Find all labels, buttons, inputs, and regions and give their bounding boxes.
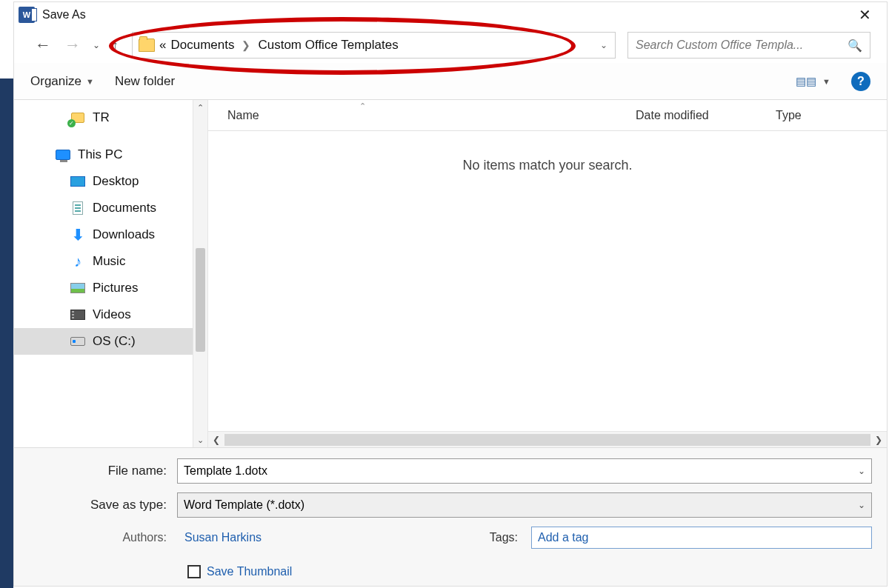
tags-input[interactable]: Add a tag <box>531 527 872 549</box>
breadcrumb-prefix: « <box>159 38 166 53</box>
toolbar: Organize ▼ New folder ▤▤ ▼ ? <box>14 63 887 100</box>
breadcrumb-documents[interactable]: Documents <box>170 38 234 53</box>
chevron-down-icon: ▼ <box>86 77 94 86</box>
save-thumbnail-checkbox[interactable] <box>187 565 201 578</box>
scrollbar-thumb[interactable] <box>196 248 205 352</box>
empty-message: No items match your search. <box>208 131 887 173</box>
sidebar-item-pictures[interactable]: Pictures <box>14 275 207 301</box>
column-type[interactable]: Type <box>768 109 887 122</box>
scroll-left-icon[interactable]: ❮ <box>208 435 224 445</box>
chevron-down-icon[interactable]: ⌄ <box>858 466 865 476</box>
saveas-type-combo[interactable]: Word Template (*.dotx) ⌄ <box>177 492 872 518</box>
folder-icon <box>139 39 155 52</box>
organize-button[interactable]: Organize ▼ <box>30 74 94 89</box>
navigation-row: ← → ⌄ ↑ « Documents ❯ Custom Office Temp… <box>14 27 887 63</box>
scroll-up-icon[interactable]: ⌃ <box>193 100 207 115</box>
scroll-down-icon[interactable]: ⌄ <box>193 432 207 447</box>
sidebar-item-documents[interactable]: Documents <box>14 195 207 221</box>
h-scrollbar-thumb[interactable] <box>224 434 870 446</box>
address-dropdown-icon[interactable]: ⌄ <box>600 40 609 50</box>
chevron-down-icon: ▼ <box>822 77 830 86</box>
sidebar-item-label: Desktop <box>93 174 139 189</box>
sidebar-item-label: OS (C:) <box>93 334 136 349</box>
sidebar-item-music[interactable]: ♪ Music <box>14 248 207 275</box>
view-icon: ▤▤ <box>796 75 816 88</box>
title-bar: W Save As ✕ <box>14 2 887 27</box>
search-placeholder: Search Custom Office Templa... <box>636 39 803 52</box>
chevron-right-icon[interactable]: ❯ <box>239 39 253 51</box>
sidebar-scrollbar[interactable]: ⌃ ⌄ <box>193 100 207 447</box>
downloads-icon: ⬇ <box>70 228 85 241</box>
sidebar-item-label: Downloads <box>93 227 155 242</box>
window-title: Save As <box>42 8 86 21</box>
save-as-dialog: W Save As ✕ ← → ⌄ ↑ « Documents ❯ Custom… <box>13 1 888 587</box>
sidebar-item-thispc[interactable]: This PC <box>14 141 207 168</box>
nav-back-icon[interactable]: ← <box>30 33 56 58</box>
horizontal-scrollbar[interactable]: ❮ ❯ <box>208 431 887 447</box>
folder-tree: ✓ TR This PC Desktop Documents ⬇ <box>14 100 208 447</box>
scroll-right-icon[interactable]: ❯ <box>870 435 887 445</box>
sidebar-item-label: Documents <box>93 201 156 216</box>
sidebar-item-videos[interactable]: Videos <box>14 301 207 328</box>
videos-icon <box>70 308 85 321</box>
sidebar-item-label: Music <box>93 254 125 269</box>
sidebar-item-drive-c[interactable]: OS (C:) <box>14 328 207 355</box>
desktop-icon <box>70 175 85 188</box>
filename-label: File name: <box>29 464 177 478</box>
new-folder-label: New folder <box>115 74 175 89</box>
app-left-edge <box>0 78 13 588</box>
drive-icon <box>70 335 85 348</box>
nav-history-dropdown-icon[interactable]: ⌄ <box>90 40 103 50</box>
save-thumbnail-label[interactable]: Save Thumbnail <box>207 565 292 578</box>
save-form: File name: Template 1.dotx ⌄ Save as typ… <box>14 447 887 586</box>
nav-forward-icon[interactable]: → <box>60 33 85 58</box>
filename-input[interactable]: Template 1.dotx ⌄ <box>177 458 872 484</box>
sidebar-item-label: Videos <box>93 307 131 322</box>
pictures-icon <box>70 281 85 295</box>
word-app-icon: W <box>19 7 35 23</box>
search-input[interactable]: Search Custom Office Templa... 🔍 <box>627 32 870 59</box>
organize-label: Organize <box>30 74 81 89</box>
authors-label: Authors: <box>29 531 177 544</box>
column-date-modified[interactable]: Date modified <box>627 109 768 122</box>
documents-icon <box>70 201 85 215</box>
search-icon: 🔍 <box>848 39 862 53</box>
saveas-type-label: Save as type: <box>29 498 177 512</box>
sidebar-item-tr[interactable]: ✓ TR <box>14 104 207 131</box>
computer-icon <box>56 148 70 161</box>
sidebar-item-label: TR <box>93 110 110 125</box>
sidebar-item-downloads[interactable]: ⬇ Downloads <box>14 221 207 248</box>
sidebar-item-label: Pictures <box>93 281 138 295</box>
close-button[interactable]: ✕ <box>847 3 882 27</box>
chevron-down-icon[interactable]: ⌄ <box>858 500 865 510</box>
music-icon: ♪ <box>70 255 85 268</box>
sort-indicator-icon: ⌃ <box>359 101 366 111</box>
dialog-body: ✓ TR This PC Desktop Documents ⬇ <box>14 100 887 447</box>
tags-label: Tags: <box>490 531 524 544</box>
column-name[interactable]: Name ⌃ <box>227 109 627 122</box>
breadcrumb-custom-templates[interactable]: Custom Office Templates <box>258 38 398 53</box>
column-headers: Name ⌃ Date modified Type <box>208 100 887 131</box>
file-list-area: Name ⌃ Date modified Type No items match… <box>208 100 887 447</box>
nav-up-icon[interactable]: ↑ <box>107 35 123 56</box>
authors-value[interactable]: Susan Harkins <box>184 531 262 544</box>
view-options-button[interactable]: ▤▤ ▼ <box>796 75 830 88</box>
new-folder-button[interactable]: New folder <box>115 74 175 89</box>
address-bar[interactable]: « Documents ❯ Custom Office Templates ⌄ <box>132 32 616 59</box>
favorite-folder-icon: ✓ <box>70 111 85 124</box>
sidebar-item-desktop[interactable]: Desktop <box>14 168 207 195</box>
sidebar-item-label: This PC <box>78 147 122 162</box>
help-button[interactable]: ? <box>851 72 870 91</box>
